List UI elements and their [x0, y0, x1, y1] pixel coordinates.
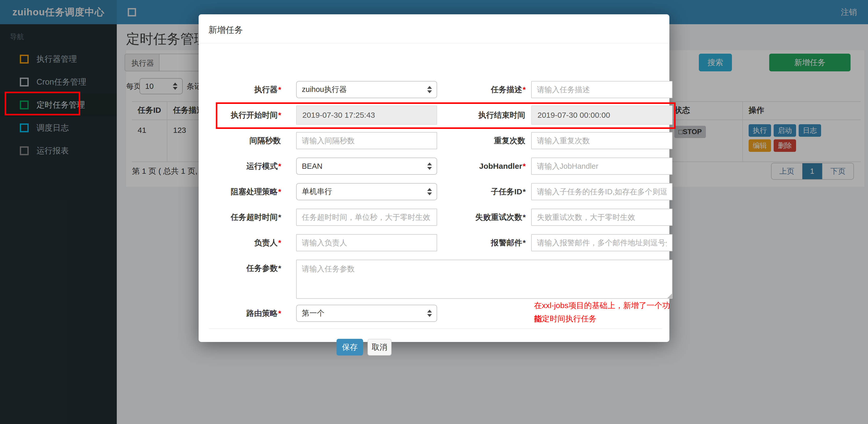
owner-input[interactable] — [296, 234, 437, 251]
child-task-id-label: 子任务ID* — [437, 183, 526, 200]
owner-label: 负责人* — [209, 234, 281, 251]
select-arrows-icon — [427, 86, 432, 93]
task-params-label: 任务参数* — [209, 260, 281, 277]
alarm-email-label: 报警邮件* — [437, 234, 526, 251]
interval-seconds-input[interactable] — [296, 132, 437, 149]
task-params-textarea[interactable] — [296, 260, 673, 299]
route-strategy-label: 路由策略* — [209, 305, 281, 322]
modal-title: 新增任务 — [209, 24, 243, 36]
add-task-modal: 新增任务 执行器* zuihou执行器 任务描述* 执行开始时间* 2019-0… — [198, 14, 670, 342]
executor-select[interactable]: zuihou执行器 — [296, 81, 437, 98]
select-arrows-icon — [427, 188, 432, 195]
task-desc-label: 任务描述* — [437, 81, 526, 98]
save-button[interactable]: 保存 — [337, 339, 363, 356]
select-arrows-icon — [427, 310, 432, 317]
sidebar-highlight-annotation — [5, 92, 80, 116]
repeat-count-input[interactable] — [531, 132, 673, 149]
fail-retry-input[interactable] — [531, 208, 673, 226]
run-mode-label: 运行模式* — [209, 158, 281, 175]
child-task-id-input[interactable] — [531, 183, 673, 200]
run-mode-select[interactable]: BEAN — [296, 158, 437, 175]
route-strategy-select[interactable]: 第一个 — [296, 305, 437, 322]
block-strategy-label: 阻塞处理策略* — [209, 183, 281, 200]
task-timeout-label: 任务超时时间* — [209, 208, 281, 226]
fail-retry-label: 失败重试次数* — [437, 208, 526, 226]
feature-note-line2: 指定时间执行任务 — [534, 312, 675, 325]
repeat-count-label: 重复次数 — [437, 132, 526, 149]
task-desc-input[interactable] — [531, 81, 673, 98]
jobhandler-input[interactable] — [531, 158, 673, 175]
alarm-email-input[interactable] — [531, 234, 673, 251]
executor-label: 执行器* — [209, 81, 281, 98]
interval-seconds-label: 间隔秒数 — [209, 132, 281, 149]
task-timeout-input[interactable] — [296, 208, 437, 226]
resize-handle-icon[interactable] — [667, 294, 672, 298]
modal-header: 新增任务 — [198, 14, 670, 43]
modal-footer-divider — [209, 328, 662, 329]
time-row-highlight-annotation — [216, 102, 676, 129]
select-arrows-icon — [427, 163, 432, 170]
modal-body: 执行器* zuihou执行器 任务描述* 执行开始时间* 2019-07-30 … — [209, 43, 662, 342]
jobhandler-label: JobHandler* — [437, 158, 526, 175]
block-strategy-select[interactable]: 单机串行 — [296, 183, 437, 200]
cancel-button[interactable]: 取消 — [368, 339, 392, 356]
